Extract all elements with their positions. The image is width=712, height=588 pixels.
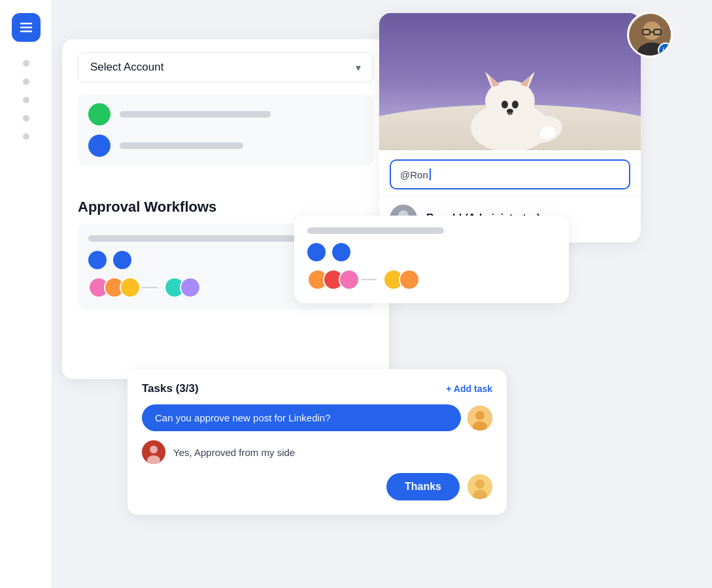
mid-avatar-5 bbox=[399, 269, 420, 290]
sidebar-nav-item-1[interactable] bbox=[23, 60, 29, 67]
mid-avatar-row bbox=[307, 269, 556, 290]
svg-point-8 bbox=[501, 101, 508, 108]
workflow-top-line bbox=[88, 235, 308, 242]
workflow-dot-2 bbox=[113, 251, 131, 269]
account-avatar-blue bbox=[88, 135, 110, 157]
mid-top-line bbox=[307, 227, 444, 234]
task-reply-avatar bbox=[142, 440, 165, 464]
workflow-dot-1 bbox=[88, 251, 107, 269]
mid-dot-2 bbox=[332, 243, 350, 261]
mid-dot-1 bbox=[307, 243, 326, 261]
user-avatar-badge: in bbox=[627, 12, 673, 57]
task-avatar-1 bbox=[467, 406, 492, 431]
arrow-divider bbox=[142, 287, 158, 288]
account-name-line-2 bbox=[120, 142, 243, 149]
avatar-3 bbox=[120, 277, 141, 298]
svg-point-29 bbox=[475, 480, 484, 489]
account-name-line-1 bbox=[120, 111, 271, 118]
task-reply-text: Yes, Approved from my side bbox=[173, 447, 295, 458]
tasks-header: Tasks (3/3) + Add task bbox=[142, 382, 492, 395]
sidebar-nav-item-4[interactable] bbox=[23, 115, 29, 122]
avatar-5 bbox=[180, 277, 201, 298]
svg-point-17 bbox=[643, 22, 661, 40]
mention-cursor bbox=[430, 169, 431, 180]
task-message-row-1: Can you approve new post for Linkedin? bbox=[142, 404, 492, 431]
chevron-down-icon: ▾ bbox=[356, 61, 361, 74]
svg-point-26 bbox=[150, 446, 158, 453]
add-task-button[interactable]: + Add task bbox=[446, 384, 492, 394]
task-reply-row: Yes, Approved from my side bbox=[142, 440, 492, 464]
sidebar-nav-item-3[interactable] bbox=[23, 97, 29, 103]
task-message-bubble: Can you approve new post for Linkedin? bbox=[142, 404, 461, 431]
account-item-1[interactable] bbox=[88, 103, 363, 125]
select-account-label: Select Account bbox=[90, 61, 163, 74]
thanks-button[interactable]: Thanks bbox=[386, 473, 460, 500]
svg-point-9 bbox=[512, 101, 518, 108]
fox-image bbox=[379, 13, 641, 150]
mid-arrow bbox=[361, 279, 377, 280]
mention-input[interactable]: @Ron bbox=[390, 159, 630, 189]
sidebar bbox=[0, 0, 52, 588]
sidebar-nav-item-5[interactable] bbox=[23, 133, 29, 140]
svg-point-23 bbox=[475, 411, 484, 420]
svg-point-10 bbox=[507, 109, 513, 114]
select-account-dropdown[interactable]: Select Account ▾ bbox=[78, 52, 373, 82]
mention-card: @Ron Ronald (Administrator) bbox=[379, 13, 641, 242]
account-avatar-green bbox=[88, 103, 110, 125]
account-item-2[interactable] bbox=[88, 135, 363, 157]
account-list bbox=[78, 94, 373, 166]
sidebar-nav-item-2[interactable] bbox=[23, 78, 29, 85]
tasks-title: Tasks (3/3) bbox=[142, 382, 199, 395]
user-avatar: in bbox=[627, 12, 673, 57]
linkedin-badge: in bbox=[658, 42, 673, 57]
tasks-card: Tasks (3/3) + Add task Can you approve n… bbox=[127, 369, 507, 515]
mention-text: @Ron bbox=[400, 169, 428, 180]
thanks-avatar bbox=[467, 474, 492, 499]
mid-workflow-dots bbox=[307, 243, 556, 261]
mid-workflow-card bbox=[294, 216, 569, 303]
mid-avatar-3 bbox=[339, 269, 360, 290]
sidebar-logo[interactable] bbox=[12, 13, 41, 42]
select-account-card: Select Account ▾ Approval Workflows bbox=[62, 39, 389, 379]
task-thanks-row: Thanks bbox=[142, 473, 492, 500]
